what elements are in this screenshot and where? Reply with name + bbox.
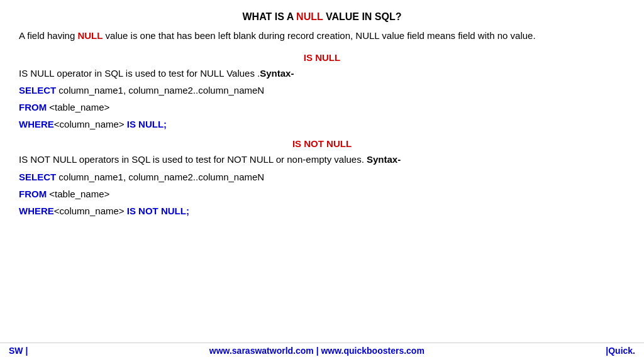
is-null-desc-bold: Syntax- (260, 68, 294, 79)
is-null-line3-mid: <column_name> (54, 119, 125, 129)
title-prefix: WHAT IS A (242, 11, 296, 22)
select-kw-2: SELECT (19, 172, 56, 182)
select-kw-1: SELECT (19, 85, 56, 96)
is-null-clause: IS NULL; (127, 119, 167, 129)
is-not-null-clause: IS NOT NULL; (127, 206, 189, 216)
footer-center: www.saraswatworld.com | www.quickbooster… (209, 346, 425, 356)
is-not-null-line3: WHERE<column_name> IS NOT NULL; (19, 204, 625, 219)
is-not-null-line1: SELECT column_name1, column_name2..colum… (19, 170, 625, 185)
intro-prefix: A field having (19, 30, 77, 41)
is-null-section: IS NULL IS NULL operator in SQL is used … (19, 52, 625, 133)
is-not-null-desc-bold: Syntax- (367, 154, 401, 165)
main-content: WHAT IS A NULL VALUE IN SQL? A field hav… (0, 0, 644, 231)
is-null-desc-prefix: IS NULL operator in SQL is used to test … (19, 68, 260, 79)
is-not-null-line2: FROM <table_name> (19, 187, 625, 202)
intro-paragraph: A field having NULL value is one that ha… (19, 29, 625, 43)
footer-right: |Quick. (606, 346, 635, 356)
is-not-null-line2-rest: <table_name> (47, 189, 109, 199)
is-null-line3: WHERE<column_name> IS NULL; (19, 117, 625, 132)
is-not-null-desc-prefix: IS NOT NULL operators in SQL is used to … (19, 154, 367, 165)
is-null-heading: IS NULL (19, 52, 625, 63)
is-null-desc: IS NULL operator in SQL is used to test … (19, 67, 625, 81)
where-kw-2: WHERE (19, 206, 54, 216)
where-kw-1: WHERE (19, 119, 54, 129)
is-null-line2-rest: <table_name> (47, 102, 109, 112)
is-null-line1-rest: column_name1, column_name2..column_nameN (56, 85, 264, 96)
is-null-line2: FROM <table_name> (19, 100, 625, 115)
is-not-null-line1-rest: column_name1, column_name2..column_nameN (56, 172, 264, 182)
intro-suffix: value is one that has been left blank du… (103, 30, 535, 41)
from-kw-2: FROM (19, 189, 47, 199)
intro-null: NULL (77, 30, 103, 41)
is-not-null-desc: IS NOT NULL operators in SQL is used to … (19, 153, 625, 167)
footer-left: SW | (9, 346, 28, 356)
is-not-null-line3-mid: <column_name> (54, 206, 125, 216)
title-suffix: VALUE IN SQL? (323, 11, 401, 22)
from-kw-1: FROM (19, 102, 47, 112)
page-title: WHAT IS A NULL VALUE IN SQL? (19, 11, 625, 23)
is-not-null-heading: IS NOT NULL (19, 138, 625, 149)
is-not-null-section: IS NOT NULL IS NOT NULL operators in SQL… (19, 138, 625, 219)
title-null: NULL (296, 11, 323, 22)
footer: SW | www.saraswatworld.com | www.quickbo… (0, 343, 644, 358)
is-null-line1: SELECT column_name1, column_name2..colum… (19, 83, 625, 98)
